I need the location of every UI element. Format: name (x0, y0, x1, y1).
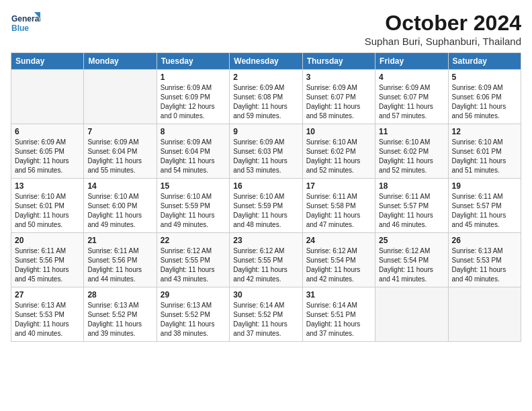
sunrise-time: Sunrise: 6:13 AM (161, 301, 226, 310)
calendar-day-cell (448, 287, 521, 342)
sunrise-time: Sunrise: 6:09 AM (233, 83, 298, 93)
day-number: 18 (379, 181, 444, 191)
sunrise-time: Sunrise: 6:10 AM (306, 138, 371, 147)
day-info: Sunrise: 6:09 AM Sunset: 6:04 PM Dayligh… (87, 138, 152, 175)
sunrise-time: Sunrise: 6:13 AM (452, 246, 517, 256)
daylight-hours: Daylight: 11 hours and 52 minutes. (379, 156, 444, 175)
daylight-hours: Daylight: 11 hours and 39 minutes. (87, 320, 152, 338)
day-info: Sunrise: 6:12 AM Sunset: 5:55 PM Dayligh… (161, 246, 226, 284)
day-number: 24 (306, 236, 371, 245)
day-number: 3 (306, 73, 371, 82)
daylight-hours: Daylight: 11 hours and 52 minutes. (306, 156, 371, 175)
daylight-hours: Daylight: 11 hours and 48 minutes. (233, 211, 298, 230)
daylight-hours: Daylight: 11 hours and 37 minutes. (306, 320, 371, 338)
daylight-hours: Daylight: 11 hours and 42 minutes. (233, 265, 298, 284)
sunset-time: Sunset: 6:06 PM (452, 93, 517, 102)
day-info: Sunrise: 6:10 AM Sunset: 5:59 PM Dayligh… (233, 192, 298, 230)
day-info: Sunrise: 6:10 AM Sunset: 6:01 PM Dayligh… (15, 192, 80, 230)
weekday-header: Saturday (448, 53, 521, 70)
day-number: 2 (233, 73, 298, 82)
day-number: 16 (233, 181, 298, 191)
sunrise-time: Sunrise: 6:12 AM (161, 246, 226, 256)
daylight-hours: Daylight: 11 hours and 56 minutes. (452, 102, 517, 121)
page-header: General Blue October 2024 Suphan Buri, S… (11, 11, 521, 47)
day-info: Sunrise: 6:13 AM Sunset: 5:53 PM Dayligh… (452, 246, 517, 284)
calendar-day-cell: 1 Sunrise: 6:09 AM Sunset: 6:09 PM Dayli… (157, 70, 229, 124)
day-number: 1 (161, 73, 226, 82)
day-number: 22 (161, 236, 226, 245)
weekday-header: Thursday (302, 53, 375, 70)
sunset-time: Sunset: 5:59 PM (161, 201, 226, 211)
sunset-time: Sunset: 6:04 PM (161, 147, 226, 156)
daylight-hours: Daylight: 11 hours and 56 minutes. (15, 156, 80, 175)
calendar-table: SundayMondayTuesdayWednesdayThursdayFrid… (11, 52, 521, 342)
daylight-hours: Daylight: 11 hours and 49 minutes. (161, 211, 226, 230)
sunset-time: Sunset: 6:03 PM (233, 147, 298, 156)
sunset-time: Sunset: 6:07 PM (306, 93, 371, 102)
calendar-week-row: 6 Sunrise: 6:09 AM Sunset: 6:05 PM Dayli… (11, 124, 521, 179)
calendar-week-row: 20 Sunrise: 6:11 AM Sunset: 5:56 PM Dayl… (11, 233, 521, 287)
location-title: Suphan Buri, Suphanburi, Thailand (365, 36, 521, 47)
calendar-day-cell: 31 Sunrise: 6:14 AM Sunset: 5:51 PM Dayl… (302, 287, 375, 342)
daylight-hours: Daylight: 11 hours and 38 minutes. (161, 320, 226, 338)
day-number: 10 (306, 127, 371, 136)
calendar-day-cell: 6 Sunrise: 6:09 AM Sunset: 6:05 PM Dayli… (11, 124, 84, 179)
sunrise-time: Sunrise: 6:11 AM (452, 192, 517, 201)
calendar-day-cell (375, 287, 448, 342)
day-number: 28 (87, 290, 152, 300)
calendar-day-cell: 18 Sunrise: 6:11 AM Sunset: 5:57 PM Dayl… (375, 179, 448, 233)
daylight-hours: Daylight: 11 hours and 50 minutes. (15, 211, 80, 230)
sunrise-time: Sunrise: 6:10 AM (87, 192, 152, 201)
day-info: Sunrise: 6:10 AM Sunset: 6:02 PM Dayligh… (379, 138, 444, 175)
calendar-day-cell: 28 Sunrise: 6:13 AM Sunset: 5:52 PM Dayl… (84, 287, 157, 342)
sunrise-time: Sunrise: 6:10 AM (379, 138, 444, 147)
daylight-hours: Daylight: 11 hours and 55 minutes. (87, 156, 152, 175)
daylight-hours: Daylight: 11 hours and 41 minutes. (379, 265, 444, 284)
calendar-day-cell: 3 Sunrise: 6:09 AM Sunset: 6:07 PM Dayli… (302, 70, 375, 124)
daylight-hours: Daylight: 11 hours and 51 minutes. (452, 156, 517, 175)
sunrise-time: Sunrise: 6:10 AM (452, 138, 517, 147)
weekday-header: Friday (375, 53, 448, 70)
day-info: Sunrise: 6:11 AM Sunset: 5:56 PM Dayligh… (15, 246, 80, 284)
day-info: Sunrise: 6:09 AM Sunset: 6:07 PM Dayligh… (379, 83, 444, 121)
sunrise-time: Sunrise: 6:11 AM (15, 246, 80, 256)
day-info: Sunrise: 6:11 AM Sunset: 5:58 PM Dayligh… (306, 192, 371, 230)
day-number: 27 (15, 290, 80, 300)
calendar-day-cell: 5 Sunrise: 6:09 AM Sunset: 6:06 PM Dayli… (448, 70, 521, 124)
sunrise-time: Sunrise: 6:09 AM (306, 83, 371, 93)
day-number: 5 (452, 73, 517, 82)
sunrise-time: Sunrise: 6:11 AM (87, 246, 152, 256)
day-info: Sunrise: 6:09 AM Sunset: 6:09 PM Dayligh… (161, 83, 226, 121)
sunrise-time: Sunrise: 6:09 AM (379, 83, 444, 93)
day-number: 4 (379, 73, 444, 82)
calendar-day-cell: 17 Sunrise: 6:11 AM Sunset: 5:58 PM Dayl… (302, 179, 375, 233)
calendar-day-cell: 13 Sunrise: 6:10 AM Sunset: 6:01 PM Dayl… (11, 179, 84, 233)
sunset-time: Sunset: 5:53 PM (452, 256, 517, 265)
daylight-hours: Daylight: 11 hours and 43 minutes. (161, 265, 226, 284)
sunset-time: Sunset: 6:02 PM (306, 147, 371, 156)
calendar-day-cell: 8 Sunrise: 6:09 AM Sunset: 6:04 PM Dayli… (157, 124, 229, 179)
sunrise-time: Sunrise: 6:14 AM (233, 301, 298, 310)
daylight-hours: Daylight: 11 hours and 53 minutes. (233, 156, 298, 175)
day-info: Sunrise: 6:11 AM Sunset: 5:56 PM Dayligh… (87, 246, 152, 284)
daylight-hours: Daylight: 11 hours and 40 minutes. (452, 265, 517, 284)
calendar-week-row: 27 Sunrise: 6:13 AM Sunset: 5:53 PM Dayl… (11, 287, 521, 342)
title-block: October 2024 Suphan Buri, Suphanburi, Th… (365, 11, 521, 47)
sunrise-time: Sunrise: 6:14 AM (306, 301, 371, 310)
day-number: 26 (452, 236, 517, 245)
day-info: Sunrise: 6:12 AM Sunset: 5:55 PM Dayligh… (233, 246, 298, 284)
svg-text:Blue: Blue (11, 24, 29, 33)
daylight-hours: Daylight: 11 hours and 45 minutes. (15, 265, 80, 284)
daylight-hours: Daylight: 11 hours and 46 minutes. (379, 211, 444, 230)
daylight-hours: Daylight: 11 hours and 44 minutes. (87, 265, 152, 284)
sunset-time: Sunset: 6:02 PM (379, 147, 444, 156)
day-info: Sunrise: 6:11 AM Sunset: 5:57 PM Dayligh… (379, 192, 444, 230)
sunrise-time: Sunrise: 6:12 AM (233, 246, 298, 256)
day-number: 9 (233, 127, 298, 136)
day-number: 7 (87, 127, 152, 136)
logo: General Blue (11, 11, 40, 40)
calendar-day-cell: 27 Sunrise: 6:13 AM Sunset: 5:53 PM Dayl… (11, 287, 84, 342)
sunset-time: Sunset: 5:56 PM (15, 256, 80, 265)
day-info: Sunrise: 6:10 AM Sunset: 5:59 PM Dayligh… (161, 192, 226, 230)
day-info: Sunrise: 6:12 AM Sunset: 5:54 PM Dayligh… (379, 246, 444, 284)
